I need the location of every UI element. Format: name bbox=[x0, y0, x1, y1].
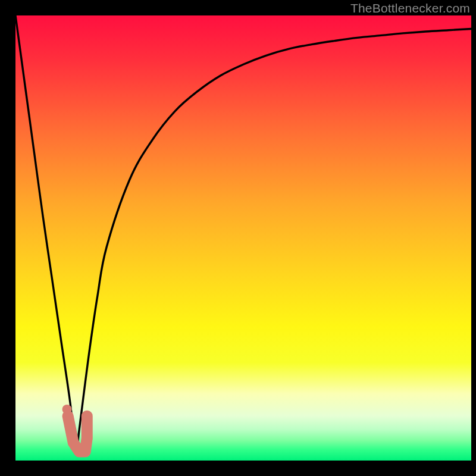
chart-frame: TheBottlenecker.com bbox=[0, 0, 476, 476]
watermark-text: TheBottlenecker.com bbox=[350, 1, 470, 15]
chart-svg bbox=[15, 15, 471, 461]
plot-area bbox=[15, 15, 471, 461]
